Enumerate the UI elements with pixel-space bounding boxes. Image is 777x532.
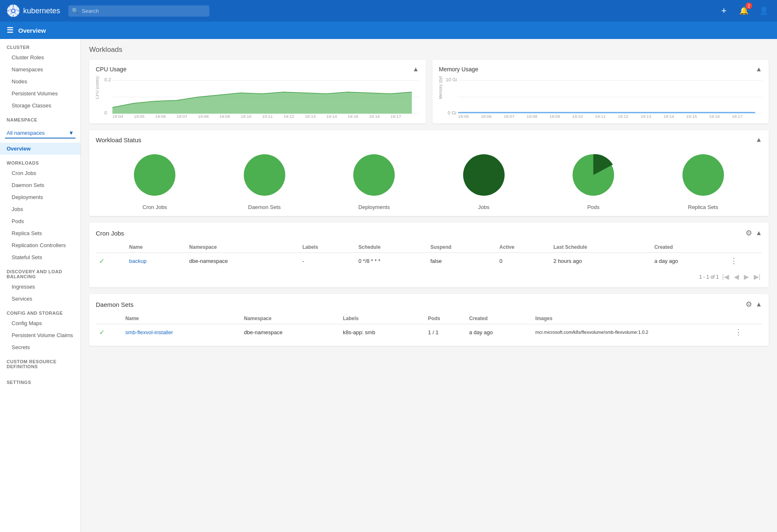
row-active: 0	[496, 253, 550, 269]
cron-jobs-header-row: Name Namespace Labels Schedule Suspend A…	[96, 242, 762, 253]
col-actions	[727, 242, 762, 253]
svg-text:19:10: 19:10	[572, 114, 583, 118]
ds-row-pods: 1 / 1	[425, 324, 466, 340]
daemon-set-smb-link[interactable]: smb-flexvol-installer	[125, 329, 173, 335]
page-first-button[interactable]: |◀	[721, 272, 731, 282]
daemon-sets-table-title: Daemon Sets	[96, 301, 134, 308]
sidebar-item-pods[interactable]: Pods	[0, 215, 80, 227]
settings-label[interactable]: Settings	[0, 374, 80, 386]
breadcrumb-bar: ☰ Overview	[0, 22, 777, 39]
svg-text:19:12: 19:12	[284, 114, 294, 118]
daemon-sets-collapse-button[interactable]: ▲	[755, 301, 762, 308]
svg-text:0.2: 0.2	[104, 78, 111, 82]
daemon-sets-actions: ⚙ ▲	[745, 300, 762, 309]
svg-text:19:07: 19:07	[177, 114, 187, 118]
cpu-chart-header: CPU Usage ▲	[96, 66, 419, 73]
ds-col-namespace: Namespace	[240, 313, 340, 324]
workload-status-card: Workload Status ▲ Cron Jobs Daemon Sets	[89, 130, 769, 216]
sidebar-item-nodes[interactable]: Nodes	[0, 75, 80, 87]
row-more: ⋮	[727, 253, 762, 269]
daemon-sets-header: Daemon Sets ⚙ ▲	[96, 300, 762, 309]
row-name: backup	[126, 253, 186, 269]
sidebar-item-deployments[interactable]: Deployments	[0, 191, 80, 203]
page-next-button[interactable]: ▶	[742, 272, 750, 282]
sidebar-item-jobs[interactable]: Jobs	[0, 203, 80, 215]
ds-row-name: smb-flexvol-installer	[122, 324, 240, 340]
sidebar-item-replica-sets[interactable]: Replica Sets	[0, 227, 80, 239]
daemon-sets-pie	[240, 150, 289, 200]
sidebar-item-persistent-volumes[interactable]: Persistent Volumes	[0, 87, 80, 100]
deployments-pie	[349, 150, 399, 200]
col-namespace: Namespace	[186, 242, 299, 253]
add-button[interactable]: +	[717, 4, 731, 17]
workload-status-collapse-button[interactable]: ▲	[755, 136, 762, 143]
svg-text:19:13: 19:13	[641, 114, 651, 118]
col-labels: Labels	[299, 242, 355, 253]
table-row: ✓ smb-flexvol-installer dbe-namespace k8…	[96, 324, 762, 340]
svg-text:Memory (bytes): Memory (bytes)	[439, 76, 443, 99]
col-name: Name	[126, 242, 186, 253]
chevron-down-icon: ▼	[68, 130, 74, 136]
svg-text:19:13: 19:13	[305, 114, 316, 118]
sidebar-item-stateful-sets[interactable]: Stateful Sets	[0, 251, 80, 263]
row-status: ✓	[96, 253, 126, 269]
cpu-chart-svg: 0.2 0 19:04 19:05 19:06 19:07	[96, 76, 419, 118]
svg-text:19:09: 19:09	[219, 114, 230, 118]
page-last-button[interactable]: ▶|	[752, 272, 762, 282]
cpu-chart-collapse-button[interactable]: ▲	[413, 66, 419, 73]
svg-text:19:14: 19:14	[663, 114, 674, 118]
sidebar-item-cluster-roles[interactable]: Cluster Roles	[0, 51, 80, 63]
sidebar-item-namespaces[interactable]: Namespaces	[0, 63, 80, 75]
ds-row-more: ⋮	[731, 324, 762, 340]
memory-chart-header: Memory Usage ▲	[439, 66, 762, 73]
cron-jobs-pagination: 1 - 1 of 1 |◀ ◀ ▶ ▶|	[96, 272, 762, 282]
sidebar-item-cron-jobs[interactable]: Cron Jobs	[0, 167, 80, 179]
svg-text:19:06: 19:06	[481, 114, 491, 118]
sidebar-item-storage-classes[interactable]: Storage Classes	[0, 100, 80, 112]
col-status	[96, 242, 126, 253]
sidebar-item-pvc[interactable]: Persistent Volume Claims	[0, 329, 80, 341]
daemon-sets-filter-button[interactable]: ⚙	[745, 300, 752, 309]
charts-row: CPU Usage ▲ 0.2 0	[89, 60, 769, 124]
pie-replica-sets: Replica Sets	[678, 150, 728, 210]
row-namespace: dbe-namespace	[186, 253, 299, 269]
sidebar-item-replication-controllers[interactable]: Replication Controllers	[0, 239, 80, 251]
col-suspend: Suspend	[427, 242, 496, 253]
cron-jobs-filter-button[interactable]: ⚙	[745, 228, 752, 238]
cron-jobs-card: Cron Jobs ⚙ ▲ Name Namespace Labels Sche…	[89, 223, 769, 287]
pagination-range: 1 - 1 of 1	[699, 274, 719, 280]
row-schedule: 0 */8 * * *	[355, 253, 427, 269]
row-last-schedule: 2 hours ago	[550, 253, 651, 269]
svg-text:19:16: 19:16	[369, 114, 380, 118]
sidebar-item-daemon-sets[interactable]: Daemon Sets	[0, 179, 80, 191]
ds-status-ok-icon: ✓	[99, 329, 104, 336]
cron-job-backup-link[interactable]: backup	[129, 258, 147, 264]
cron-job-more-button[interactable]: ⋮	[730, 256, 738, 265]
svg-text:19:09: 19:09	[549, 114, 560, 118]
svg-text:19:08: 19:08	[198, 114, 209, 118]
row-suspend: false	[427, 253, 496, 269]
svg-text:19:10: 19:10	[241, 114, 252, 118]
sidebar-item-services[interactable]: Services	[0, 293, 80, 305]
cron-jobs-collapse-button[interactable]: ▲	[755, 229, 762, 237]
namespace-selector[interactable]: All namespaces ▼	[5, 128, 75, 138]
pie-daemon-sets: Daemon Sets	[240, 150, 289, 210]
page-prev-button[interactable]: ◀	[732, 272, 741, 282]
memory-chart-collapse-button[interactable]: ▲	[755, 66, 762, 73]
sidebar-item-config-maps[interactable]: Config Maps	[0, 317, 80, 329]
svg-point-53	[244, 154, 285, 196]
sidebar-item-ingresses[interactable]: Ingresses	[0, 281, 80, 293]
cron-jobs-table-title: Cron Jobs	[96, 230, 124, 237]
svg-text:19:04: 19:04	[112, 114, 123, 118]
svg-point-55	[463, 154, 505, 196]
ds-row-labels: k8s-app: smb	[340, 324, 425, 340]
user-menu-button[interactable]: 👤	[757, 4, 770, 17]
sidebar-item-overview[interactable]: Overview	[0, 143, 80, 155]
app-title: kubernetes	[23, 7, 60, 15]
sidebar-item-secrets[interactable]: Secrets	[0, 341, 80, 353]
daemon-set-more-button[interactable]: ⋮	[735, 328, 742, 337]
workload-pies: Cron Jobs Daemon Sets Deployments	[96, 150, 762, 210]
svg-marker-16	[112, 92, 412, 114]
hamburger-icon[interactable]: ☰	[7, 26, 13, 35]
search-input[interactable]	[68, 5, 209, 17]
